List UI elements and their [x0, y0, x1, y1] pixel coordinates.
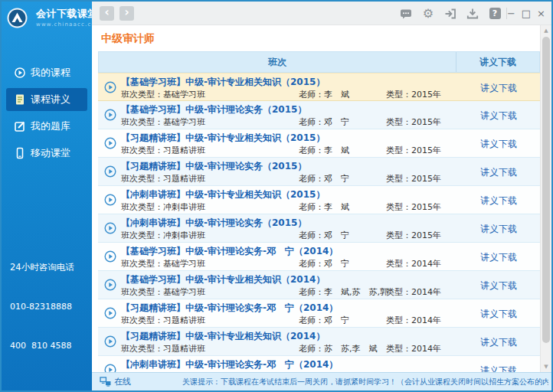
status-bar: 在线 关课提示：下载课程在考试结束后一周关闭，请抓紧时间学习！（会计从业课程关闭… [92, 372, 551, 390]
sidebar-item-my-courses[interactable]: 我的课程 [6, 61, 87, 84]
course-teacher: 老师：邓 宁 [299, 315, 349, 326]
forward-button[interactable]: › [119, 6, 134, 21]
course-class-type: 班次类型：基础学习班 [121, 286, 205, 298]
scrollbar-thumb[interactable] [542, 37, 550, 343]
course-title-link[interactable]: 【习题精讲班】中级-审计专业相关知识（2015） [121, 132, 325, 145]
play-icon[interactable] [104, 81, 116, 93]
course-title-link[interactable]: 【冲刺串讲班】中级-审计理论实务-邓 宁（2014） [121, 358, 338, 371]
play-circle-icon [14, 67, 26, 79]
handout-download-link[interactable]: 讲义下载 [457, 279, 540, 292]
course-teacher: 老师：李 斌 [299, 145, 349, 156]
handout-download-link[interactable]: 讲义下载 [457, 364, 540, 372]
handout-download-link[interactable]: 讲义下载 [457, 336, 540, 349]
forward-icon: › [124, 5, 129, 19]
handout-download-link[interactable]: 讲义下载 [457, 251, 540, 264]
close-button[interactable]: × [537, 8, 545, 19]
download-icon[interactable] [466, 8, 479, 20]
handout-download-link[interactable]: 讲义下载 [457, 166, 540, 179]
play-icon[interactable] [104, 222, 116, 234]
sidebar-item-label: 移动课堂 [31, 147, 70, 158]
course-teacher: 老师：邓 宁 [299, 173, 349, 185]
table-body: 【基础学习班】中级-审计专业相关知识（2015） 班次类型：基础学习班 老师：李… [98, 73, 540, 372]
course-row: 【冲刺串讲班】中级-审计专业相关知识（2015） 班次类型：冲刺串讲班 老师：李… [98, 186, 540, 214]
back-button[interactable]: ‹ [100, 6, 114, 21]
sidebar-item-label: 我的课程 [31, 67, 70, 78]
column-header-class: 班次 [99, 52, 456, 72]
play-icon[interactable] [104, 137, 116, 149]
document-icon [14, 93, 26, 106]
course-title-link[interactable]: 【基础学习班】中级-审计理论实务-邓 宁（2014） [121, 245, 338, 258]
column-header-download: 讲义下载 [456, 52, 539, 72]
handout-download-link[interactable]: 讲义下载 [457, 138, 540, 151]
app-window: 会计下载课堂 www.chinaacc.com 我的课程 课程讲义 [0, 0, 553, 392]
sidebar-item-question-bank[interactable]: 我的题库 [6, 115, 87, 138]
sidebar-item-course-handouts[interactable]: 课程讲义 [6, 88, 87, 111]
handout-download-link[interactable]: 讲义下载 [457, 223, 540, 236]
play-icon[interactable] [104, 250, 116, 263]
online-label: 在线 [114, 376, 131, 387]
handout-download-link[interactable]: 讲义下载 [457, 109, 540, 122]
course-title-link[interactable]: 【习题精讲班】中级-审计理论实务-邓 宁（2014） [121, 302, 338, 315]
course-row: 【习题精讲班】中级-审计专业相关知识（2014） 班次类型：习题精讲班 老师：苏… [98, 328, 540, 356]
vertical-scrollbar[interactable]: ▲ ▼ [540, 25, 551, 372]
handout-download-link[interactable]: 讲义下载 [457, 194, 540, 207]
play-icon[interactable] [104, 109, 116, 121]
scroll-down-icon[interactable]: ▼ [541, 364, 551, 370]
course-class-type: 班次类型：冲刺串讲班 [121, 230, 205, 241]
play-icon[interactable] [104, 307, 116, 319]
play-icon[interactable] [104, 335, 116, 348]
phone-number-1: 010-82318888 [10, 300, 74, 313]
course-class-type: 班次类型：冲刺串讲班 [121, 201, 205, 213]
course-row: 【冲刺串讲班】中级-审计理论实务（2015） 班次类型：冲刺串讲班 老师：邓 宁… [98, 214, 540, 243]
hotline-label: 24小时咨询电话 [10, 261, 74, 274]
sidebar-item-mobile-classroom[interactable]: 移动课堂 [6, 142, 87, 165]
app-website: www.chinaacc.com [36, 21, 88, 28]
course-teacher: 老师：邓 宁 [299, 116, 349, 128]
back-icon: ‹ [104, 5, 109, 19]
app-title: 会计下载课堂 [36, 7, 88, 21]
course-row: 【习题精讲班】中级-审计理论实务（2015） 班次类型：习题精讲班 老师：邓 宁… [98, 158, 540, 186]
play-icon[interactable] [104, 194, 116, 206]
course-row: 【基础学习班】中级-审计理论实务（2015） 班次类型：基础学习班 老师：邓 宁… [98, 101, 540, 129]
help-icon[interactable]: ? [489, 8, 501, 20]
content-area: 中级审计师 班次 讲义下载 【基础学习班】中级-审计专业相关知识（2015） 班… [92, 25, 551, 372]
phone-number-2: 400 810 4588 [10, 339, 74, 352]
course-year-type: 类型：2015年 [386, 201, 441, 213]
handout-download-link[interactable]: 讲义下载 [457, 308, 540, 321]
course-year-type: 类型：2015年 [386, 116, 441, 128]
course-row: 【冲刺串讲班】中级-审计理论实务-邓 宁（2014） 班次类型：冲刺串讲班 老师… [98, 356, 540, 372]
course-table: 班次 讲义下载 【基础学习班】中级-审计专业相关知识（2015） 班次类型：基础… [98, 51, 540, 372]
course-title-link[interactable]: 【基础学习班】中级-审计专业相关知识（2015） [121, 76, 325, 89]
scroll-up-icon[interactable]: ▲ [541, 28, 551, 34]
settings-icon[interactable]: ⚙ [422, 8, 434, 20]
sidebar: 会计下载课堂 www.chinaacc.com 我的课程 课程讲义 [2, 2, 92, 390]
edit-icon [14, 120, 26, 132]
course-title-link[interactable]: 【习题精讲班】中级-审计理论实务（2015） [121, 160, 306, 173]
play-icon[interactable] [104, 165, 116, 178]
course-title-link[interactable]: 【习题精讲班】中级-审计专业相关知识（2014） [121, 330, 325, 343]
course-year-type: 类型：2015年 [386, 145, 441, 156]
minimize-button[interactable]: − [507, 8, 515, 19]
course-title-link[interactable]: 【冲刺串讲班】中级-审计专业相关知识（2015） [121, 188, 325, 201]
course-teacher: 老师：李 斌,苏 苏,郭 [299, 286, 388, 298]
course-teacher: 老师：李 斌 [299, 89, 349, 100]
online-status: 在线 [100, 373, 131, 390]
course-year-type: 类型：2014年 [386, 286, 441, 298]
course-year-type: 类型：2014年 [386, 343, 441, 354]
play-icon[interactable] [104, 364, 116, 372]
course-class-type: 班次类型：习题精讲班 [121, 145, 205, 156]
contact-info: 24小时咨询电话 010-82318888 400 810 4588 [10, 235, 74, 378]
course-teacher: 老师：苏 苏,李 斌 [299, 343, 378, 354]
handout-download-link[interactable]: 讲义下载 [457, 82, 540, 95]
play-icon[interactable] [104, 279, 116, 291]
course-title-link[interactable]: 【基础学习班】中级-审计专业相关知识（2014） [121, 273, 325, 286]
course-class-type: 班次类型：习题精讲班 [121, 315, 205, 326]
course-title-link[interactable]: 【冲刺串讲班】中级-审计理论实务（2015） [121, 217, 306, 230]
login-icon[interactable] [444, 8, 456, 20]
maximize-button[interactable]: □ [522, 8, 531, 19]
course-year-type: 类型：2015年 [386, 89, 441, 100]
course-title-link[interactable]: 【基础学习班】中级-审计理论实务（2015） [121, 103, 306, 116]
sidebar-item-label: 我的题库 [31, 120, 70, 132]
message-icon[interactable] [400, 8, 412, 20]
course-row: 【基础学习班】中级-审计理论实务-邓 宁（2014） 班次类型：基础学习班 老师… [98, 243, 540, 271]
